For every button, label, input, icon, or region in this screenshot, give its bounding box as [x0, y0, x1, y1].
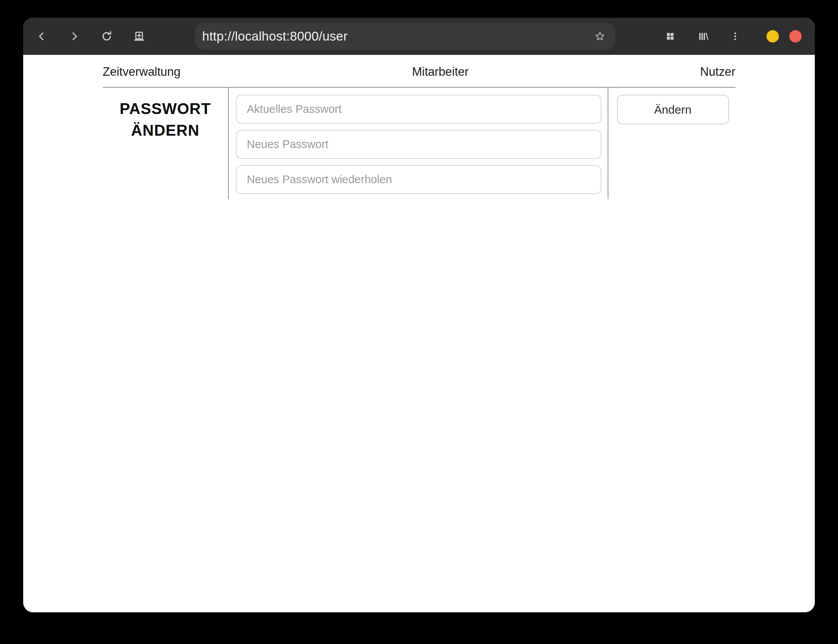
- grid-icon: [665, 31, 675, 41]
- change-password-button[interactable]: Ändern: [617, 95, 729, 124]
- nav-link-nutzer[interactable]: Nutzer: [700, 65, 735, 79]
- url-bar[interactable]: http://localhost:8000/user: [195, 23, 615, 50]
- browser-toolbar: http://localhost:8000/user: [23, 18, 815, 55]
- library-button[interactable]: [695, 28, 712, 45]
- tab-overview-button[interactable]: [662, 28, 679, 45]
- minimize-button[interactable]: [766, 30, 779, 43]
- back-button[interactable]: [33, 28, 50, 45]
- browser-window: http://localhost:8000/user: [23, 18, 815, 612]
- url-text: http://localhost:8000/user: [202, 29, 591, 44]
- reload-icon: [100, 30, 113, 43]
- reload-button[interactable]: [98, 28, 115, 45]
- back-chevron-icon: [36, 31, 48, 42]
- repeat-new-password-input[interactable]: [236, 165, 601, 194]
- screen: http://localhost:8000/user: [0, 0, 838, 644]
- kebab-menu-icon: [730, 31, 740, 41]
- current-password-input[interactable]: [236, 95, 601, 124]
- close-button[interactable]: [789, 30, 802, 43]
- new-password-input[interactable]: [236, 130, 601, 159]
- section-heading-line-2: ÄNDERN: [131, 119, 199, 141]
- library-icon: [697, 31, 709, 42]
- page-content: Zeitverwaltung Mitarbeiter Nutzer PASSWO…: [23, 55, 815, 612]
- forward-button[interactable]: [66, 28, 83, 45]
- section-heading-line-1: PASSWORT: [119, 98, 211, 119]
- bookmark-button[interactable]: [591, 28, 608, 45]
- new-tab-button[interactable]: [131, 28, 148, 45]
- submit-column: Ändern: [608, 88, 735, 199]
- nav-link-mitarbeiter[interactable]: Mitarbeiter: [412, 65, 468, 79]
- menu-button[interactable]: [727, 28, 744, 45]
- nav-link-zeitverwaltung[interactable]: Zeitverwaltung: [103, 65, 181, 79]
- new-tab-icon: [133, 30, 146, 43]
- password-fields-column: [228, 88, 608, 199]
- star-icon: [594, 31, 606, 42]
- section-heading-column: PASSWORT ÄNDERN: [103, 88, 228, 199]
- password-change-section: PASSWORT ÄNDERN Ändern: [103, 88, 736, 199]
- main-nav: Zeitverwaltung Mitarbeiter Nutzer: [103, 55, 736, 88]
- forward-chevron-icon: [68, 31, 80, 42]
- content-container: Zeitverwaltung Mitarbeiter Nutzer PASSWO…: [103, 55, 736, 199]
